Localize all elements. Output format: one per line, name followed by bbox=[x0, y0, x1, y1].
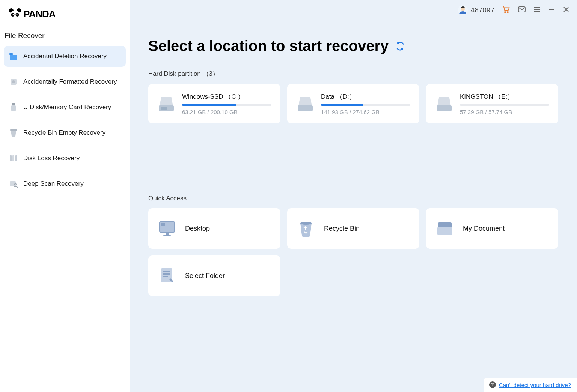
sidebar: PANDA File Recover Accidental Deletion R… bbox=[0, 0, 130, 392]
quick-label: Recycle Bin bbox=[324, 225, 360, 233]
svg-point-9 bbox=[12, 80, 15, 83]
hdd-icon bbox=[435, 95, 453, 113]
disk-progress bbox=[182, 104, 271, 106]
sidebar-item-recycle-bin[interactable]: Recycle Bin Empty Recovery bbox=[4, 122, 126, 143]
disk-info: Data （D:） 141.93 GB / 274.62 GB bbox=[321, 92, 410, 115]
svg-point-5 bbox=[13, 14, 14, 15]
disk-name: Windows-SSD （C:） bbox=[182, 92, 271, 101]
svg-rect-42 bbox=[163, 271, 170, 272]
usb-icon bbox=[9, 103, 18, 112]
quick-select-folder[interactable]: Select Folder bbox=[148, 255, 280, 296]
disk-progress bbox=[460, 104, 549, 106]
disk-cards: Windows-SSD （C:） 63.21 GB / 200.10 GB Da… bbox=[148, 84, 558, 123]
sidebar-item-accidental-deletion[interactable]: Accidental Deletion Recovery bbox=[4, 46, 126, 67]
svg-rect-14 bbox=[12, 155, 14, 161]
svg-rect-33 bbox=[437, 105, 452, 111]
disk-card-e[interactable]: KINGSTON （E:） 57.39 GB / 57.74 GB bbox=[426, 84, 558, 123]
svg-point-38 bbox=[300, 222, 312, 225]
quick-label: Desktop bbox=[185, 225, 210, 233]
disk-info: KINGSTON （E:） 57.39 GB / 57.74 GB bbox=[460, 92, 549, 115]
sidebar-item-label: Accidental Deletion Recovery bbox=[23, 53, 107, 60]
partition-icon bbox=[9, 154, 18, 163]
svg-rect-13 bbox=[10, 155, 12, 161]
quick-desktop[interactable]: Desktop bbox=[148, 208, 280, 249]
svg-rect-37 bbox=[163, 235, 171, 236]
trash-icon bbox=[9, 128, 18, 137]
logo: PANDA bbox=[4, 8, 126, 32]
content: Select a location to start recovery Hard… bbox=[130, 0, 577, 392]
svg-rect-11 bbox=[11, 105, 16, 111]
svg-rect-32 bbox=[298, 105, 313, 111]
sidebar-item-label: Recycle Bin Empty Recovery bbox=[23, 129, 105, 137]
svg-point-6 bbox=[17, 14, 18, 15]
document-folder-icon bbox=[435, 219, 455, 238]
quick-access-cards: Desktop Recycle Bin My Document Select F… bbox=[148, 208, 558, 296]
quick-section-label: Quick Access bbox=[148, 195, 558, 202]
refresh-button[interactable] bbox=[395, 38, 405, 54]
sidebar-item-usb[interactable]: U Disk/Memory Card Recovery bbox=[4, 97, 126, 118]
question-icon: ? bbox=[489, 381, 496, 388]
disk-info: Windows-SSD （C:） 63.21 GB / 200.10 GB bbox=[182, 92, 271, 115]
quick-label: My Document bbox=[463, 225, 505, 233]
sidebar-item-formatted[interactable]: Accidentally Formatted Recovery bbox=[4, 71, 126, 92]
svg-rect-15 bbox=[15, 155, 17, 161]
svg-rect-31 bbox=[161, 107, 167, 110]
select-folder-icon bbox=[157, 266, 177, 285]
svg-rect-12 bbox=[10, 129, 17, 131]
disk-name: KINGSTON （E:） bbox=[460, 92, 549, 101]
search-disk-icon bbox=[9, 179, 18, 188]
svg-rect-40 bbox=[437, 227, 452, 235]
sidebar-item-label: U Disk/Memory Card Recovery bbox=[23, 104, 111, 111]
disk-name: Data （D:） bbox=[321, 92, 410, 101]
disk-usage: 63.21 GB / 200.10 GB bbox=[182, 109, 271, 115]
svg-rect-35 bbox=[161, 223, 165, 226]
page-title: Select a location to start recovery bbox=[148, 38, 558, 54]
quick-label: Select Folder bbox=[185, 272, 225, 280]
desktop-icon bbox=[157, 219, 177, 238]
hdd-icon bbox=[157, 95, 175, 113]
quick-recycle-bin[interactable]: Recycle Bin bbox=[287, 208, 419, 249]
brand-text: PANDA bbox=[23, 8, 56, 20]
svg-rect-36 bbox=[166, 233, 169, 235]
disk-section-label: Hard Disk partition （3） bbox=[148, 69, 558, 78]
sidebar-item-label: Disk Loss Recovery bbox=[23, 155, 80, 162]
sidebar-item-disk-loss[interactable]: Disk Loss Recovery bbox=[4, 148, 126, 169]
disk-card-d[interactable]: Data （D:） 141.93 GB / 274.62 GB bbox=[287, 84, 419, 123]
svg-line-18 bbox=[17, 186, 18, 188]
sidebar-item-label: Accidentally Formatted Recovery bbox=[23, 78, 117, 86]
hdd-icon bbox=[296, 95, 314, 113]
sidebar-item-deep-scan[interactable]: Deep Scan Recovery bbox=[4, 173, 126, 194]
svg-rect-7 bbox=[9, 53, 13, 55]
disk-card-c[interactable]: Windows-SSD （C:） 63.21 GB / 200.10 GB bbox=[148, 84, 280, 123]
page-title-text: Select a location to start recovery bbox=[148, 38, 389, 54]
drive-format-icon bbox=[9, 77, 18, 86]
disk-usage: 141.93 GB / 274.62 GB bbox=[321, 109, 410, 115]
folder-icon bbox=[9, 52, 18, 61]
disk-progress bbox=[321, 104, 410, 106]
sidebar-item-label: Deep Scan Recovery bbox=[23, 180, 84, 188]
recycle-bin-icon bbox=[296, 219, 316, 238]
main-area: 487097 Select a location to start recove… bbox=[130, 0, 577, 392]
panda-logo-icon bbox=[8, 8, 22, 20]
sidebar-heading: File Recover bbox=[4, 32, 126, 46]
svg-rect-44 bbox=[163, 276, 168, 277]
help-link[interactable]: Can't detect your hard drive? bbox=[499, 382, 571, 388]
svg-rect-43 bbox=[163, 273, 170, 275]
svg-rect-10 bbox=[12, 103, 15, 105]
disk-usage: 57.39 GB / 57.74 GB bbox=[460, 109, 549, 115]
help-link-container: ? Can't detect your hard drive? bbox=[484, 378, 577, 392]
quick-my-document[interactable]: My Document bbox=[426, 208, 558, 249]
